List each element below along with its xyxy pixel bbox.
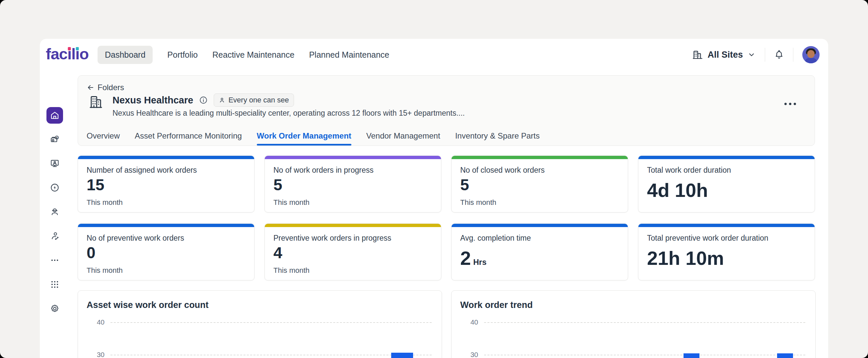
back-to-folders[interactable]: Folders xyxy=(87,83,124,92)
header-divider xyxy=(793,48,793,62)
chart-title: Work order trend xyxy=(460,300,533,310)
card-accent-bar xyxy=(265,156,441,159)
grid-icon xyxy=(50,280,60,289)
chart-title: Asset wise work order count xyxy=(87,300,209,310)
sidebar-item-settings[interactable] xyxy=(50,304,60,314)
stat-value: 4d 10h xyxy=(647,179,710,201)
stat-value: 21h 10m xyxy=(647,247,726,269)
sidebar: $ xyxy=(46,107,63,314)
stat-card-work-orders-in-progress[interactable]: No of work orders in progress 5 This mon… xyxy=(265,156,441,213)
back-label: Folders xyxy=(98,83,124,92)
tab-overview[interactable]: Overview xyxy=(87,126,120,145)
main-nav: Dashboard Portfolio Reactive Maintenance… xyxy=(98,39,389,71)
sidebar-item-home[interactable] xyxy=(46,107,63,124)
tool-coin-icon: $ xyxy=(50,134,60,144)
user-avatar[interactable] xyxy=(802,46,819,63)
card-accent-bar xyxy=(452,156,628,159)
sidebar-item-cost[interactable]: $ xyxy=(50,134,60,144)
page-title: Nexus Healthcare xyxy=(113,95,193,106)
stat-card-avg-completion-time[interactable]: Avg. completion time 2Hrs xyxy=(451,223,628,281)
gear-icon xyxy=(50,304,60,314)
logo-dot-pink xyxy=(68,47,71,51)
dashboard-header-panel: Folders Nexus Healthcare Every one can s… xyxy=(78,75,815,146)
nav-item-portfolio[interactable]: Portfolio xyxy=(167,50,198,60)
sidebar-item-remote-monitoring[interactable] xyxy=(50,158,60,168)
ellipsis-icon xyxy=(50,255,60,265)
stat-value: 4 xyxy=(273,243,285,262)
header-right-cluster: All Sites xyxy=(692,39,819,71)
nav-item-dashboard[interactable]: Dashboard xyxy=(98,46,153,64)
card-accent-bar xyxy=(452,224,628,227)
chart-asset-wise-work-order-count: Asset wise work order count 40 30 xyxy=(78,290,442,358)
y-tick-30: 30 xyxy=(90,351,104,358)
person-pen-icon xyxy=(50,231,60,241)
gridline xyxy=(484,322,805,323)
stat-value: 2Hrs xyxy=(460,247,487,269)
stat-card-closed-work-orders[interactable]: No of closed work orders 5 This month xyxy=(451,156,628,213)
stat-card-total-preventive-duration[interactable]: Total preventive work order duration 21h… xyxy=(638,223,815,281)
header-divider xyxy=(765,48,765,62)
nav-item-planned-maintenance[interactable]: Planned Maintenance xyxy=(309,50,389,60)
tab-vendor-management[interactable]: Vendor Management xyxy=(366,126,440,145)
bar[interactable] xyxy=(684,353,700,358)
tab-work-order-management[interactable]: Work Order Management xyxy=(257,126,351,145)
gridline xyxy=(484,355,805,355)
more-options-button[interactable] xyxy=(781,99,799,108)
card-accent-bar xyxy=(78,224,254,227)
worker-helmet-icon xyxy=(50,207,60,217)
visibility-badge[interactable]: Every one can see xyxy=(214,94,293,107)
site-selector-label: All Sites xyxy=(707,50,743,60)
active-tab-underline xyxy=(257,144,351,145)
notifications-button[interactable] xyxy=(774,50,784,60)
y-tick-40: 40 xyxy=(90,318,104,326)
arrow-left-icon xyxy=(87,84,95,92)
entity-title-row: Nexus Healthcare Every one can see xyxy=(113,94,294,107)
card-accent-bar xyxy=(639,156,814,159)
sidebar-item-workforce[interactable] xyxy=(50,207,60,217)
gridline xyxy=(111,322,432,323)
y-tick-30: 30 xyxy=(464,351,478,358)
monitor-user-icon xyxy=(50,158,60,168)
logo-dot-teal xyxy=(76,47,79,51)
sidebar-item-visitor-log[interactable] xyxy=(50,231,60,241)
tab-inventory-spare-parts[interactable]: Inventory & Spare Parts xyxy=(455,126,540,145)
buildings-icon xyxy=(692,49,703,60)
card-accent-bar xyxy=(265,224,441,227)
screen: facılıo Dashboard Portfolio Reactive Mai… xyxy=(0,0,868,358)
logo-text: fac xyxy=(46,45,67,63)
chart-work-order-trend: Work order trend 40 30 xyxy=(451,290,815,358)
entity-description: Nexus Healthcare is a leading multi-spec… xyxy=(113,109,465,118)
nav-item-reactive-maintenance[interactable]: Reactive Maintenance xyxy=(212,50,294,60)
stat-value: 0 xyxy=(87,243,98,262)
chevron-down-icon xyxy=(747,51,756,59)
bell-icon xyxy=(774,50,784,60)
y-tick-40: 40 xyxy=(464,318,478,326)
app-window: facılıo Dashboard Portfolio Reactive Mai… xyxy=(40,39,828,358)
stat-value: 15 xyxy=(87,176,106,194)
info-icon[interactable] xyxy=(199,95,208,105)
more-options-icon xyxy=(784,103,787,105)
site-selector[interactable]: All Sites xyxy=(692,49,756,60)
facilio-logo[interactable]: facılıo xyxy=(46,45,89,63)
stat-value: 5 xyxy=(273,176,285,194)
stat-card-total-work-order-duration[interactable]: Total work order duration 4d 10h xyxy=(638,156,815,213)
stat-cards-grid: Number of assigned work orders 15 This m… xyxy=(78,156,815,281)
gridline xyxy=(111,355,432,355)
top-navigation-bar: facılıo Dashboard Portfolio Reactive Mai… xyxy=(40,39,828,71)
bar[interactable] xyxy=(391,353,413,358)
sidebar-item-more[interactable] xyxy=(50,255,60,265)
sidebar-item-energy[interactable] xyxy=(50,183,60,193)
home-icon xyxy=(50,110,60,120)
hospital-building-icon xyxy=(88,94,104,110)
stat-card-preventive-in-progress[interactable]: Preventive work orders in progress 4 Thi… xyxy=(265,223,441,281)
card-accent-bar xyxy=(639,224,814,227)
sidebar-item-apps[interactable] xyxy=(50,280,60,289)
stat-card-preventive-work-orders[interactable]: No of preventive work orders 0 This mont… xyxy=(78,223,254,281)
visibility-badge-label: Every one can see xyxy=(228,96,289,104)
card-accent-bar xyxy=(78,156,254,159)
stat-card-assigned-work-orders[interactable]: Number of assigned work orders 15 This m… xyxy=(78,156,254,213)
energy-bolt-icon xyxy=(50,183,60,193)
bar[interactable] xyxy=(777,353,793,358)
dashboard-tabs: Overview Asset Performance Monitoring Wo… xyxy=(87,126,539,145)
tab-asset-performance-monitoring[interactable]: Asset Performance Monitoring xyxy=(135,126,242,145)
